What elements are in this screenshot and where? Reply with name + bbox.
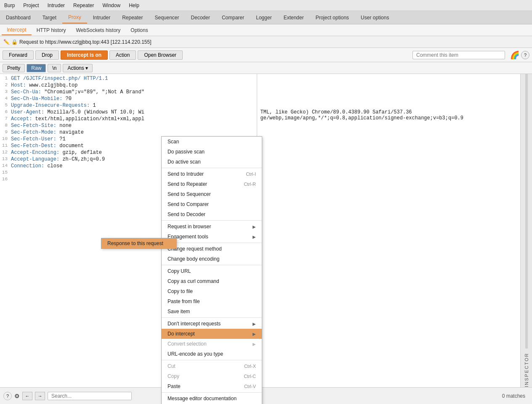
line-6: 6 User-Agent: Mozilla/5.0 (Windows NT 10… bbox=[0, 109, 257, 116]
gear-icon[interactable]: ⚙ bbox=[14, 393, 20, 399]
menu-paste-from-file[interactable]: Paste from file bbox=[162, 296, 262, 306]
tab-target[interactable]: Target bbox=[37, 12, 62, 23]
submenu-response-to-request[interactable]: Response to this request bbox=[101, 238, 176, 248]
separator-4 bbox=[162, 265, 262, 265]
editor-tabs: Pretty Raw \n Actions ▾ bbox=[0, 62, 532, 74]
matches-count: 0 matches bbox=[502, 393, 525, 399]
tab-extender[interactable]: Extender bbox=[278, 12, 310, 23]
tab-user-options[interactable]: User options bbox=[355, 12, 395, 23]
menu-burp[interactable]: Burp bbox=[0, 1, 19, 10]
menu-dont-intercept[interactable]: Don't intercept requests ▶ bbox=[162, 319, 262, 329]
line-9: 9 Sec-Fetch-Mode: navigate bbox=[0, 129, 257, 136]
menu-url-encode[interactable]: URL-encode as you type bbox=[162, 349, 262, 359]
request-url: Request to https://www.czlgjbbq.top:443 … bbox=[19, 39, 152, 45]
menu-active-scan[interactable]: Do active scan bbox=[162, 157, 262, 167]
menu-copy-to-file[interactable]: Copy to file bbox=[162, 286, 262, 296]
tab-decoder[interactable]: Decoder bbox=[185, 12, 216, 23]
menu-copy-url[interactable]: Copy URL bbox=[162, 266, 262, 276]
statusbar: ? ⚙ ← → 0 matches bbox=[0, 387, 532, 404]
intercept-on-button[interactable]: Intercept is on bbox=[61, 50, 108, 60]
help-circle-icon[interactable]: ? bbox=[3, 392, 12, 400]
tab-logger[interactable]: Logger bbox=[250, 12, 277, 23]
menu-message-editor-doc[interactable]: Message editor documentation bbox=[162, 393, 262, 404]
menu-change-body-encoding[interactable]: Change body encoding bbox=[162, 254, 262, 264]
tab-comparer[interactable]: Comparer bbox=[216, 12, 250, 23]
action-button[interactable]: Action bbox=[109, 50, 136, 60]
menu-passive-scan[interactable]: Do passive scan bbox=[162, 147, 262, 157]
menu-scan[interactable]: Scan bbox=[162, 137, 262, 147]
statusbar-left: ? ⚙ ← → bbox=[3, 392, 132, 400]
line-7: 7 Accept: text/html,application/xhtml+xm… bbox=[0, 116, 257, 123]
inspector-panel: INSPECTOR bbox=[520, 74, 532, 387]
request-bar: ✏️ 🔒 Request to https://www.czlgjbbq.top… bbox=[0, 36, 532, 48]
forward-nav-button[interactable]: → bbox=[35, 392, 45, 400]
menu-copy-curl[interactable]: Copy as curl command bbox=[162, 276, 262, 286]
tab-dashboard[interactable]: Dashboard bbox=[0, 12, 37, 23]
menu-cut: Cut Ctrl-X bbox=[162, 361, 262, 371]
menu-project[interactable]: Project bbox=[19, 1, 43, 10]
subtab-options[interactable]: Options bbox=[125, 26, 153, 35]
edit-icon: ✏️ bbox=[3, 39, 10, 45]
inspector-label: INSPECTOR bbox=[524, 353, 529, 387]
help-icon[interactable]: ? bbox=[521, 51, 529, 59]
main-tabbar: Dashboard Target Proxy Intruder Repeater… bbox=[0, 11, 532, 24]
actions-dropdown-button[interactable]: Actions ▾ bbox=[63, 64, 92, 72]
tab-intruder[interactable]: Intruder bbox=[87, 12, 116, 23]
do-intercept-submenu: Response to this request bbox=[101, 238, 177, 249]
menu-copy: Copy Ctrl-C bbox=[162, 371, 262, 381]
menu-do-intercept[interactable]: Do intercept ▶ bbox=[162, 329, 262, 339]
drop-button[interactable]: Drop bbox=[35, 50, 59, 60]
menu-repeater[interactable]: Repeater bbox=[69, 1, 98, 10]
menu-intruder[interactable]: Intruder bbox=[43, 1, 69, 10]
menu-help[interactable]: Help bbox=[125, 1, 144, 10]
toolbar: Forward Drop Intercept is on Action Open… bbox=[0, 48, 532, 62]
tab-proxy[interactable]: Proxy bbox=[62, 12, 87, 24]
subtab-http-history[interactable]: HTTP history bbox=[32, 26, 71, 35]
tab-raw[interactable]: Raw bbox=[27, 64, 46, 72]
search-input[interactable] bbox=[48, 392, 132, 400]
menu-paste[interactable]: Paste Ctrl-V bbox=[162, 381, 262, 391]
menu-send-repeater[interactable]: Send to Repeater Ctrl-R bbox=[162, 179, 262, 189]
menu-convert-selection: Convert selection ▶ bbox=[162, 339, 262, 349]
separator-6 bbox=[162, 360, 262, 360]
menu-request-browser[interactable]: Request in browser ▶ bbox=[162, 222, 262, 232]
tab-sequencer[interactable]: Sequencer bbox=[149, 12, 185, 23]
subtab-websockets-history[interactable]: WebSockets history bbox=[71, 26, 126, 35]
right-panel-content: TML, like Gecko) Chrome/89.0.4389.90 Saf… bbox=[261, 109, 517, 121]
line-8: 8 Sec-Fetch-Site: none bbox=[0, 123, 257, 129]
line-2: 2 Host: www.czlgjbbq.top bbox=[0, 82, 257, 89]
subtab-intercept[interactable]: Intercept bbox=[2, 25, 32, 35]
tab-hex[interactable]: \n bbox=[48, 64, 61, 72]
back-button[interactable]: ← bbox=[22, 392, 32, 400]
chevron-down-icon: ▾ bbox=[85, 65, 88, 71]
tab-project-options[interactable]: Project options bbox=[310, 12, 355, 23]
menubar: Burp Project Intruder Repeater Window He… bbox=[0, 0, 532, 11]
tab-pretty[interactable]: Pretty bbox=[3, 64, 25, 72]
lock-icon: 🔒 bbox=[11, 39, 18, 45]
menu-send-sequencer[interactable]: Send to Sequencer bbox=[162, 189, 262, 199]
inspector-drag-handle[interactable] bbox=[525, 74, 528, 349]
menu-send-intruder[interactable]: Send to Intruder Ctrl-I bbox=[162, 169, 262, 179]
proxy-subtabbar: Intercept HTTP history WebSockets histor… bbox=[0, 24, 532, 36]
context-menu: Scan Do passive scan Do active scan Send… bbox=[161, 136, 262, 404]
line-4: 4 Sec-Ch-Ua-Mobile: ?0 bbox=[0, 96, 257, 103]
line-3: 3 Sec-Ch-Ua: "Chromium";v="89", ";Not A … bbox=[0, 89, 257, 96]
open-browser-button[interactable]: Open Browser bbox=[138, 50, 183, 60]
separator-1 bbox=[162, 168, 262, 168]
comment-input[interactable] bbox=[412, 51, 505, 59]
burp-logo-icon: 🌈 bbox=[510, 50, 519, 60]
forward-button[interactable]: Forward bbox=[3, 50, 34, 60]
menu-window[interactable]: Window bbox=[98, 1, 125, 10]
separator-2 bbox=[162, 220, 262, 221]
tab-repeater[interactable]: Repeater bbox=[116, 12, 149, 23]
line-5: 5 Upgrade-Insecure-Requests: 1 bbox=[0, 103, 257, 109]
menu-send-decoder[interactable]: Send to Decoder bbox=[162, 209, 262, 219]
menu-save-item[interactable]: Save item bbox=[162, 306, 262, 317]
separator-7 bbox=[162, 392, 262, 393]
menu-send-comparer[interactable]: Send to Comparer bbox=[162, 199, 262, 209]
line-1: 1 GET /GJCTF/inspect.php/ HTTP/1.1 bbox=[0, 76, 257, 82]
separator-5 bbox=[162, 317, 262, 318]
